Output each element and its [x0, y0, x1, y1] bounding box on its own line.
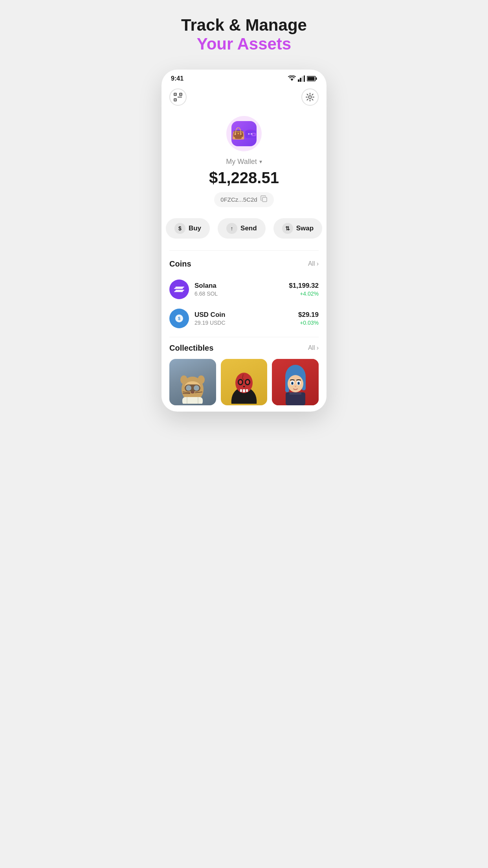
nft-3-image [272, 359, 319, 406]
battery-icon [307, 76, 317, 81]
svg-point-44 [246, 380, 249, 384]
svg-point-28 [180, 375, 187, 384]
wallet-emoji-icon [245, 127, 257, 140]
svg-rect-6 [308, 77, 315, 80]
svg-rect-23 [262, 197, 267, 202]
svg-point-18 [253, 134, 255, 135]
usdc-amount: 29.19 USDC [194, 320, 293, 326]
wallet-name-row[interactable]: My Wallet ▾ [226, 158, 262, 166]
status-time: 9:41 [171, 75, 183, 82]
svg-rect-3 [302, 76, 303, 82]
wallet-avatar-wrapper [226, 116, 262, 151]
svg-point-22 [251, 134, 252, 134]
solana-icon [169, 280, 189, 299]
svg-point-58 [295, 386, 296, 387]
wallet-address-text: 0FZCz...5C2d [220, 196, 257, 203]
coins-all-chevron: › [317, 260, 319, 267]
phone-frame: 9:41 [161, 70, 327, 412]
svg-rect-47 [246, 389, 248, 392]
send-button[interactable]: ↑ Send [218, 218, 266, 239]
hero-section: Track & Manage Your Assets [181, 16, 307, 54]
svg-point-33 [191, 391, 194, 394]
swap-label: Swap [296, 224, 314, 232]
buy-label: Buy [189, 224, 201, 232]
buy-icon: $ [174, 223, 185, 234]
coins-section-header: Coins All › [169, 259, 319, 268]
gear-icon [306, 93, 314, 101]
collectibles-title: Collectibles [169, 344, 213, 353]
solana-price: $1,199.32 [289, 282, 319, 290]
wallet-name: My Wallet [226, 158, 257, 166]
hero-title-line2: Your Assets [181, 35, 307, 53]
swap-icon: ⇅ [282, 223, 293, 234]
svg-rect-4 [304, 75, 305, 82]
svg-rect-2 [300, 78, 301, 82]
collectibles-all-button[interactable]: All › [308, 344, 319, 351]
coins-title: Coins [169, 259, 191, 268]
usdc-icon: $ [169, 309, 189, 328]
svg-point-32 [194, 385, 199, 391]
nft-2-svg [228, 366, 260, 404]
coins-all-button[interactable]: All › [308, 260, 319, 267]
svg-rect-60 [290, 392, 301, 395]
wallet-avatar [231, 121, 257, 146]
settings-button[interactable] [301, 88, 319, 106]
svg-point-15 [309, 96, 312, 98]
nft-item-2[interactable] [221, 359, 268, 406]
nft-1-image [169, 359, 216, 406]
wallet-name-chevron: ▾ [259, 158, 262, 165]
swap-button[interactable]: ⇅ Swap [273, 218, 322, 239]
solana-info: Solana 6.68 SOL [194, 282, 283, 297]
svg-rect-1 [298, 79, 299, 82]
nft-item-1[interactable] [169, 359, 216, 406]
svg-rect-7 [316, 77, 317, 80]
solana-value: $1,199.32 +4.02% [289, 282, 319, 297]
svg-point-57 [298, 383, 299, 384]
scan-button[interactable] [169, 88, 187, 106]
collectibles-section-header: Collectibles All › [169, 344, 319, 353]
svg-rect-46 [243, 389, 245, 392]
svg-rect-13 [175, 99, 176, 100]
copy-icon[interactable] [261, 195, 268, 204]
send-icon: ↑ [226, 223, 237, 234]
collectibles-section: Collectibles All › [161, 337, 327, 412]
svg-point-21 [249, 134, 249, 134]
nft-2-image [221, 359, 268, 406]
nft-1-svg [177, 366, 208, 404]
svg-text:$: $ [178, 316, 180, 321]
svg-point-43 [239, 380, 242, 384]
svg-rect-37 [182, 397, 203, 404]
wallet-balance: $1,228.51 [209, 169, 279, 187]
coins-all-label: All [308, 260, 315, 267]
svg-rect-12 [180, 94, 181, 95]
collectibles-grid [169, 359, 319, 406]
hero-title-line1: Track & Manage [181, 16, 307, 35]
svg-rect-45 [240, 389, 242, 392]
buy-button[interactable]: $ Buy [166, 218, 210, 239]
scan-icon [174, 93, 182, 101]
svg-point-31 [186, 385, 191, 391]
wifi-icon [288, 75, 296, 82]
collectibles-all-label: All [308, 344, 315, 351]
svg-point-56 [292, 383, 293, 384]
wallet-address[interactable]: 0FZCz...5C2d [214, 192, 273, 207]
nft-item-3[interactable] [272, 359, 319, 406]
coin-usdc[interactable]: $ USD Coin 29.19 USDC $29.19 +0.03% [169, 304, 319, 333]
action-buttons: $ Buy ↑ Send ⇅ Swap [166, 218, 322, 239]
solana-change: +4.02% [289, 291, 319, 297]
usdc-info: USD Coin 29.19 USDC [194, 311, 293, 326]
usdc-price: $29.19 [298, 311, 319, 319]
collectibles-all-chevron: › [317, 344, 319, 351]
usdc-value: $29.19 +0.03% [298, 311, 319, 326]
usdc-change: +0.03% [298, 320, 319, 326]
app-header [161, 85, 327, 112]
coin-solana[interactable]: Solana 6.68 SOL $1,199.32 +4.02% [169, 275, 319, 304]
signal-icon [298, 75, 305, 82]
status-bar: 9:41 [161, 70, 327, 85]
solana-name: Solana [194, 282, 283, 290]
status-icons [288, 75, 317, 82]
nft-3-svg [280, 364, 311, 405]
send-label: Send [240, 224, 257, 232]
svg-marker-0 [290, 79, 294, 81]
coins-section: Coins All › Solana 6.68 SOL $1,199.32 +4… [161, 251, 327, 337]
